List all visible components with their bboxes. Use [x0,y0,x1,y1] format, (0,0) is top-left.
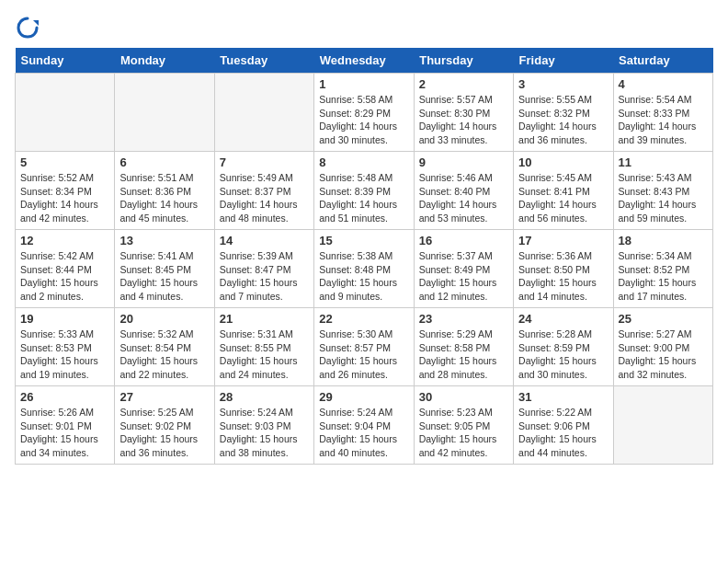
day-info: Sunrise: 5:46 AM Sunset: 8:40 PM Dayligh… [419,171,508,225]
day-info: Sunrise: 5:43 AM Sunset: 8:43 PM Dayligh… [619,171,708,225]
day-number: 13 [119,234,209,247]
day-number: 27 [119,390,209,404]
day-number: 14 [220,234,309,247]
day-number: 21 [220,312,309,326]
day-number: 3 [518,77,608,91]
day-info: Sunrise: 5:28 AM Sunset: 8:59 PM Dayligh… [518,327,608,382]
day-info: Sunrise: 5:51 AM Sunset: 8:36 PM Dayligh… [119,171,209,225]
day-info: Sunrise: 5:33 AM Sunset: 8:53 PM Dayligh… [20,327,109,382]
day-info: Sunrise: 5:45 AM Sunset: 8:41 PM Dayligh… [518,171,608,225]
day-info: Sunrise: 5:42 AM Sunset: 8:44 PM Dayligh… [20,249,109,304]
day-number: 29 [319,390,408,404]
calendar-cell [115,74,214,152]
calendar-cell [613,386,712,465]
day-number: 12 [20,234,109,247]
day-info: Sunrise: 5:30 AM Sunset: 8:57 PM Dayligh… [319,327,408,382]
calendar-cell: 27Sunrise: 5:25 AM Sunset: 9:02 PM Dayli… [115,386,214,465]
calendar-cell: 3Sunrise: 5:55 AM Sunset: 8:32 PM Daylig… [514,74,613,152]
calendar-cell: 22Sunrise: 5:30 AM Sunset: 8:57 PM Dayli… [314,308,414,386]
day-number: 5 [20,155,109,169]
week-row-5: 26Sunrise: 5:26 AM Sunset: 9:01 PM Dayli… [16,386,713,465]
day-number: 17 [518,234,608,247]
calendar-cell: 11Sunrise: 5:43 AM Sunset: 8:43 PM Dayli… [613,152,712,230]
day-number: 10 [518,155,608,169]
calendar-cell: 2Sunrise: 5:57 AM Sunset: 8:30 PM Daylig… [414,74,513,152]
day-number: 20 [119,312,209,326]
day-info: Sunrise: 5:29 AM Sunset: 8:58 PM Dayligh… [419,327,508,382]
day-info: Sunrise: 5:49 AM Sunset: 8:37 PM Dayligh… [220,171,309,225]
calendar-cell: 10Sunrise: 5:45 AM Sunset: 8:41 PM Dayli… [514,152,613,230]
day-info: Sunrise: 5:36 AM Sunset: 8:50 PM Dayligh… [518,249,608,304]
svg-marker-1 [33,20,39,26]
calendar-cell: 29Sunrise: 5:24 AM Sunset: 9:04 PM Dayli… [314,386,414,465]
calendar-cell: 25Sunrise: 5:27 AM Sunset: 9:00 PM Dayli… [613,308,712,386]
calendar-cell [214,74,313,152]
day-info: Sunrise: 5:25 AM Sunset: 9:02 PM Dayligh… [119,406,209,460]
day-info: Sunrise: 5:54 AM Sunset: 8:33 PM Dayligh… [619,93,708,147]
day-number: 22 [319,312,408,326]
day-number: 28 [220,390,309,404]
day-number: 24 [518,312,608,326]
calendar-cell: 19Sunrise: 5:33 AM Sunset: 8:53 PM Dayli… [16,308,115,386]
day-number: 25 [619,312,708,326]
weekday-header-sunday: Sunday [16,48,115,74]
calendar-cell: 21Sunrise: 5:31 AM Sunset: 8:55 PM Dayli… [214,308,313,386]
weekday-header-row: SundayMondayTuesdayWednesdayThursdayFrid… [16,48,713,74]
calendar-table: SundayMondayTuesdayWednesdayThursdayFrid… [15,48,713,465]
calendar-cell: 31Sunrise: 5:22 AM Sunset: 9:06 PM Dayli… [514,386,613,465]
day-info: Sunrise: 5:24 AM Sunset: 9:03 PM Dayligh… [220,406,309,460]
calendar-cell [16,74,115,152]
day-number: 1 [319,77,408,91]
calendar-cell: 28Sunrise: 5:24 AM Sunset: 9:03 PM Dayli… [214,386,313,465]
day-number: 2 [419,77,508,91]
day-number: 23 [419,312,508,326]
calendar-cell: 17Sunrise: 5:36 AM Sunset: 8:50 PM Dayli… [514,230,613,308]
calendar-cell: 13Sunrise: 5:41 AM Sunset: 8:45 PM Dayli… [115,230,214,308]
day-info: Sunrise: 5:23 AM Sunset: 9:05 PM Dayligh… [419,406,508,460]
day-number: 18 [619,234,708,247]
calendar-cell: 16Sunrise: 5:37 AM Sunset: 8:49 PM Dayli… [414,230,513,308]
day-info: Sunrise: 5:32 AM Sunset: 8:54 PM Dayligh… [119,327,209,382]
day-info: Sunrise: 5:41 AM Sunset: 8:45 PM Dayligh… [119,249,209,304]
logo-icon [15,15,40,40]
day-info: Sunrise: 5:24 AM Sunset: 9:04 PM Dayligh… [319,406,408,460]
calendar-cell: 30Sunrise: 5:23 AM Sunset: 9:05 PM Dayli… [414,386,513,465]
day-number: 4 [619,77,708,91]
day-info: Sunrise: 5:31 AM Sunset: 8:55 PM Dayligh… [220,327,309,382]
week-row-3: 12Sunrise: 5:42 AM Sunset: 8:44 PM Dayli… [16,230,713,308]
calendar-cell: 15Sunrise: 5:38 AM Sunset: 8:48 PM Dayli… [314,230,414,308]
day-number: 6 [119,155,209,169]
week-row-2: 5Sunrise: 5:52 AM Sunset: 8:34 PM Daylig… [16,152,713,230]
day-info: Sunrise: 5:26 AM Sunset: 9:01 PM Dayligh… [20,406,109,460]
page-header [15,15,713,40]
day-info: Sunrise: 5:58 AM Sunset: 8:29 PM Dayligh… [319,93,408,147]
weekday-header-saturday: Saturday [613,48,712,74]
day-number: 9 [419,155,508,169]
calendar-cell: 4Sunrise: 5:54 AM Sunset: 8:33 PM Daylig… [613,74,712,152]
day-number: 8 [319,155,408,169]
weekday-header-wednesday: Wednesday [314,48,414,74]
calendar-cell: 1Sunrise: 5:58 AM Sunset: 8:29 PM Daylig… [314,74,414,152]
calendar-cell: 23Sunrise: 5:29 AM Sunset: 8:58 PM Dayli… [414,308,513,386]
logo [15,15,44,40]
day-info: Sunrise: 5:37 AM Sunset: 8:49 PM Dayligh… [419,249,508,304]
calendar-cell: 7Sunrise: 5:49 AM Sunset: 8:37 PM Daylig… [214,152,313,230]
weekday-header-tuesday: Tuesday [214,48,313,74]
calendar-cell: 6Sunrise: 5:51 AM Sunset: 8:36 PM Daylig… [115,152,214,230]
day-number: 11 [619,155,708,169]
weekday-header-thursday: Thursday [414,48,513,74]
calendar-cell: 26Sunrise: 5:26 AM Sunset: 9:01 PM Dayli… [16,386,115,465]
weekday-header-friday: Friday [514,48,613,74]
day-info: Sunrise: 5:27 AM Sunset: 9:00 PM Dayligh… [619,327,708,382]
day-number: 7 [220,155,309,169]
day-number: 16 [419,234,508,247]
day-info: Sunrise: 5:48 AM Sunset: 8:39 PM Dayligh… [319,171,408,225]
calendar-cell: 24Sunrise: 5:28 AM Sunset: 8:59 PM Dayli… [514,308,613,386]
calendar-cell: 5Sunrise: 5:52 AM Sunset: 8:34 PM Daylig… [16,152,115,230]
day-info: Sunrise: 5:52 AM Sunset: 8:34 PM Dayligh… [20,171,109,225]
weekday-header-monday: Monday [115,48,214,74]
day-info: Sunrise: 5:57 AM Sunset: 8:30 PM Dayligh… [419,93,508,147]
calendar-cell: 12Sunrise: 5:42 AM Sunset: 8:44 PM Dayli… [16,230,115,308]
day-number: 30 [419,390,508,404]
week-row-4: 19Sunrise: 5:33 AM Sunset: 8:53 PM Dayli… [16,308,713,386]
